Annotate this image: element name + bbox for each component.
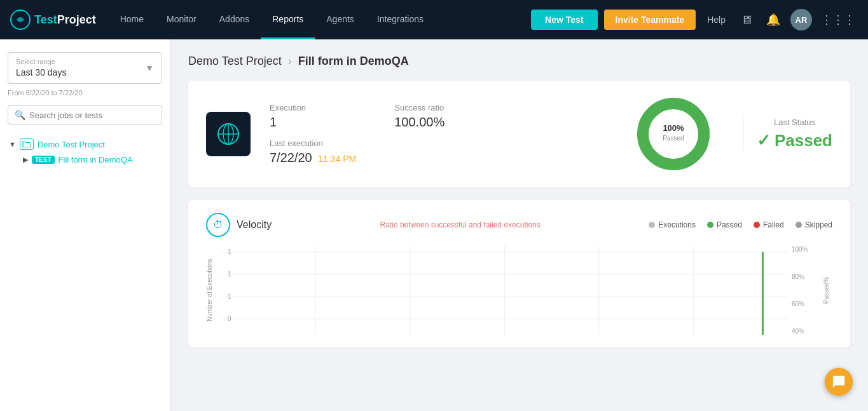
invite-teammate-button[interactable]: Invite Teammate [604,10,696,30]
logo[interactable]: TestProject [10,10,96,30]
chat-bubble[interactable] [825,368,853,396]
globe-icon [216,121,241,147]
test-badge: TEST [32,156,55,164]
right-axis-title-container: Passed% [820,246,832,335]
execution-metric: Execution 1 Last execution 7/22/20 11:34… [270,103,356,165]
legend-failed: Failed [754,220,784,229]
stats-icon-box [206,112,251,156]
date-range-value: Last 30 days [16,67,66,77]
legend-label-skipped: Skipped [805,220,832,229]
right-axis: 100% 80% 60% 40% [788,246,820,335]
help-link[interactable]: Help [702,15,731,25]
breadcrumb-separator: › [288,55,292,68]
legend-label-failed: Failed [763,220,784,229]
last-exec-time: 11:34 PM [318,154,356,164]
breadcrumb-parent[interactable]: Demo Test Project [188,55,282,68]
legend-dot-passed [707,222,713,228]
legend-dot-skipped [796,222,802,228]
status-text: Passed [775,131,832,151]
tree-test-item[interactable]: ▶ TEST Fill form in DemoQA [8,152,162,167]
nav-monitor[interactable]: Monitor [155,0,208,39]
svg-point-6 [643,104,704,165]
search-input[interactable] [29,111,155,120]
last-status: Last Status ✓ Passed [743,118,832,151]
nav-reports[interactable]: Reports [261,0,315,39]
search-icon: 🔍 [15,110,25,120]
right-axis-title: Passed% [823,277,830,304]
nav-agents[interactable]: Agents [315,0,366,39]
right-tick-100: 100% [792,246,820,253]
legend-executions: Executions [649,220,696,229]
date-range-selector[interactable]: Select range Last 30 days ▼ [8,52,162,84]
nav-addons[interactable]: Addons [208,0,261,39]
tree-test-label: Fill form in DemoQA [59,155,133,165]
last-status-label: Last Status [774,118,815,127]
logo-icon [10,10,31,30]
breadcrumb: Demo Test Project › Fill form in DemoQA [188,55,850,68]
velocity-label: Velocity [237,219,272,231]
execution-value: 1 [270,115,356,130]
legend-label-executions: Executions [658,220,696,229]
notification-icon[interactable]: 🔔 [762,13,784,27]
top-navigation: TestProject Home Monitor Addons Reports … [0,0,868,39]
svg-text:Passed: Passed [663,135,684,142]
date-range-content: Select range Last 30 days [16,58,66,78]
last-execution-date: 7/22/20 11:34 PM [270,151,356,165]
date-from-to: From 6/22/20 to 7/22/20 [8,89,162,97]
monitor-icon[interactable]: 🖥 [737,13,756,27]
grid-icon[interactable]: ⋮⋮⋮ [818,13,858,27]
chat-icon [832,375,846,389]
last-status-value: ✓ Passed [757,131,832,151]
tree-child-arrow: ▶ [23,156,28,164]
svg-text:100%: 100% [663,123,684,133]
logo-text: TestProject [34,13,96,27]
legend-dot-executions [649,222,655,228]
right-tick-40: 40% [792,328,820,335]
svg-text:0: 0 [228,315,231,322]
chart-legend: Executions Passed Failed Skipped [649,220,832,229]
tree-project-label: Demo Test Project [38,140,105,149]
sidebar: Select range Last 30 days ▼ From 6/22/20… [0,39,170,411]
success-ratio-value: 100.00% [394,115,444,130]
success-ratio-label: Success ratio [394,103,444,112]
last-exec-date: 7/22/20 [270,151,312,165]
breadcrumb-current: Fill form in DemoQA [298,55,409,68]
nav-actions: New Test Invite Teammate Help 🖥 🔔 AR ⋮⋮⋮ [531,9,858,30]
date-range-label: Select range [16,58,66,65]
checkmark-icon: ✓ [757,131,771,151]
new-test-button[interactable]: New Test [531,10,597,30]
execution-label: Execution [270,103,356,112]
success-ratio-metric: Success ratio 100.00% [394,103,444,165]
svg-text:1: 1 [228,271,231,278]
velocity-header: ⏱ Velocity Ratio between successful and … [206,213,832,237]
avatar[interactable]: AR [790,9,812,30]
svg-text:1: 1 [228,293,231,300]
last-execution-label: Last execution [270,138,356,148]
tree-expand-arrow: ▼ [9,140,16,148]
main-layout: Select range Last 30 days ▼ From 6/22/20… [0,39,868,411]
legend-skipped: Skipped [796,220,832,229]
donut-chart: 100% Passed [635,96,712,172]
search-box: 🔍 [8,105,162,125]
legend-dot-failed [754,222,760,228]
legend-passed: Passed [707,220,742,229]
nav-home[interactable]: Home [109,0,155,39]
svg-text:1: 1 [228,248,231,255]
right-tick-60: 60% [792,300,820,307]
velocity-chart-svg: 1 1 1 0 [221,246,788,335]
content-area: Demo Test Project › Fill form in DemoQA … [170,39,868,411]
donut-container: 100% Passed [635,96,712,172]
y-axis-label: Number of Executions [206,246,221,335]
folder-icon [20,138,34,150]
stats-card: Execution 1 Last execution 7/22/20 11:34… [188,81,850,187]
stats-metrics: Execution 1 Last execution 7/22/20 11:34… [270,103,603,165]
nav-integrations[interactable]: Integrations [366,0,435,39]
nav-links: Home Monitor Addons Reports Agents Integ… [109,0,531,39]
right-tick-80: 80% [792,273,820,280]
chart-area: Number of Executions [206,246,832,335]
legend-label-passed: Passed [717,220,742,229]
velocity-card: ⏱ Velocity Ratio between successful and … [188,200,850,347]
tree-project-item[interactable]: ▼ Demo Test Project [8,136,162,152]
velocity-subtitle: Ratio between successful and failed exec… [380,220,541,229]
chevron-down-icon: ▼ [145,63,154,73]
